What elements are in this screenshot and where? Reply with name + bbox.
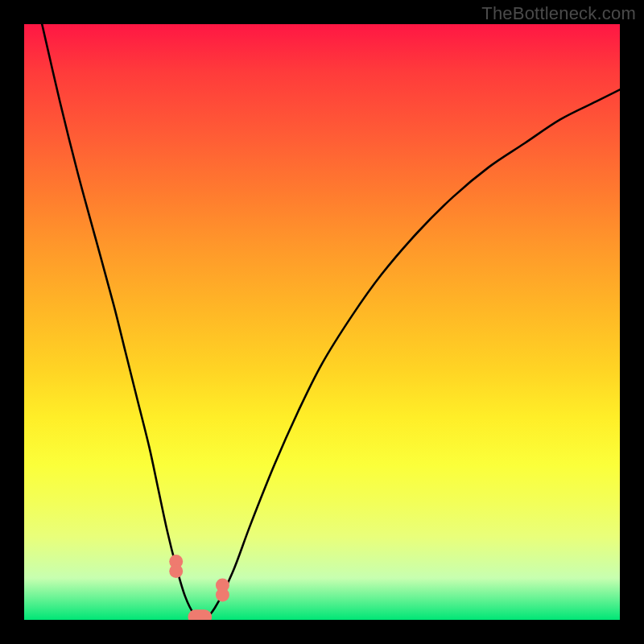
curve-marker-dot xyxy=(169,564,183,578)
curve-markers xyxy=(169,555,229,620)
bottleneck-curve xyxy=(24,24,620,620)
watermark-label: TheBottleneck.com xyxy=(481,3,636,24)
curve-marker-dot xyxy=(216,588,229,602)
curve-path xyxy=(42,24,620,620)
plot-area xyxy=(24,24,620,620)
chart-frame: TheBottleneck.com xyxy=(0,0,644,644)
curve-marker-pill xyxy=(188,609,213,620)
